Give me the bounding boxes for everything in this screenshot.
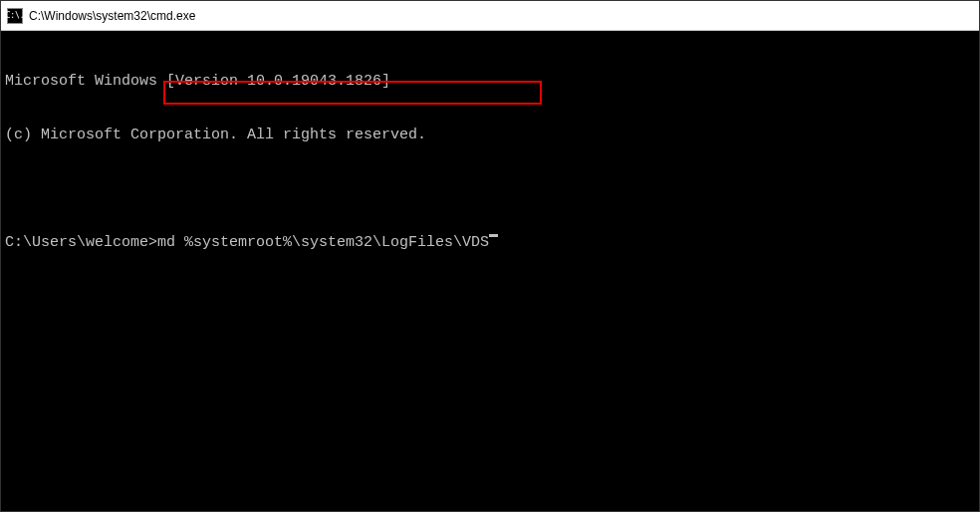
cmd-window: C:\. C:\Windows\system32\cmd.exe Microso… [0, 0, 980, 512]
cmd-icon: C:\. [7, 8, 23, 24]
terminal-command[interactable]: md %systemroot%\system32\LogFiles\VDS [157, 234, 489, 252]
terminal-area[interactable]: Microsoft Windows [Version 10.0.19043.18… [1, 31, 979, 511]
title-bar[interactable]: C:\. C:\Windows\system32\cmd.exe [1, 1, 979, 31]
terminal-prompt: C:\Users\welcome> [5, 234, 157, 252]
terminal-output-line: (c) Microsoft Corporation. All rights re… [5, 127, 975, 144]
text-cursor [489, 234, 498, 237]
terminal-prompt-line: C:\Users\welcome>md %systemroot%\system3… [5, 234, 975, 252]
terminal-blank-line [5, 180, 975, 198]
window-title: C:\Windows\system32\cmd.exe [29, 9, 195, 23]
terminal-output-line: Microsoft Windows [Version 10.0.19043.18… [5, 73, 975, 91]
